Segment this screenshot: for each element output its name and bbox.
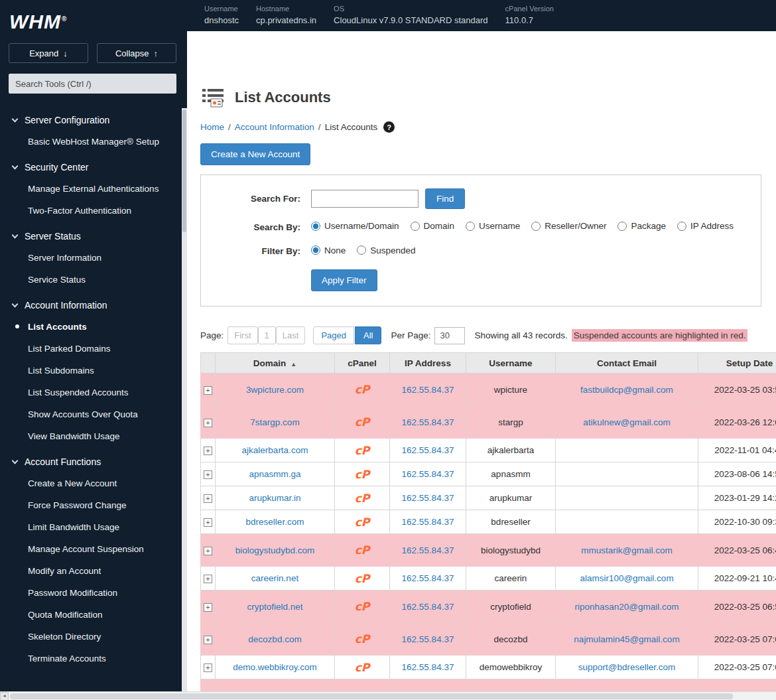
scroll-left-icon[interactable]: ◄ [0,692,9,700]
ip-address-link[interactable]: 162.55.84.37 [402,385,454,395]
page-button-last[interactable]: Last [276,326,306,344]
nav-section-account-information[interactable]: Account Information [0,295,187,316]
contact-email-link[interactable]: riponhasan20@gmail.com [574,602,679,612]
radio-input-domain[interactable] [411,222,420,231]
sidebar-item-quota-modification[interactable]: Quota Modification [0,604,187,626]
domain-link[interactable]: 3wpicture.com [246,385,304,395]
expand-row-icon[interactable]: + [204,518,212,527]
paged-mode-button[interactable]: Paged [313,326,354,344]
expand-row-icon[interactable]: + [204,470,212,479]
all-mode-button[interactable]: All [355,326,381,344]
cpanel-logo-icon[interactable]: cP [355,444,370,457]
expand-row-icon[interactable]: + [204,575,212,583]
sidebar-item-skeleton-directory[interactable]: Skeleton Directory [0,626,187,648]
expand-row-icon[interactable]: + [204,447,212,455]
sidebar-item-password-modification[interactable]: Password Modification [0,582,187,604]
whm-logo[interactable]: WHM® [0,0,187,33]
radio-input-reseller-owner[interactable] [531,222,541,231]
sidebar-item-terminate-accounts[interactable]: Terminate Accounts [0,648,187,669]
find-button[interactable]: Find [425,188,465,209]
radio-filterby-suspended[interactable]: Suspended [357,245,415,255]
radio-input-package[interactable] [617,222,627,231]
domain-link[interactable]: biologystudybd.com [235,545,314,555]
ip-address-link[interactable]: 162.55.84.37 [402,417,454,427]
radio-searchby-username[interactable]: Username [466,221,520,231]
radio-input-username-domain[interactable] [311,222,320,231]
domain-link[interactable]: ajkalerbarta.com [242,445,308,455]
contact-email-link[interactable]: alamsir100@gmail.com [580,573,673,583]
radio-input-ip-address[interactable] [677,222,686,231]
nav-section-account-functions[interactable]: Account Functions [0,451,187,472]
sidebar-item-list-subdomains[interactable]: List Subdomains [0,360,187,382]
radio-input-username[interactable] [466,222,475,231]
radio-searchby-username-domain[interactable]: Username/Domain [311,221,399,231]
cpanel-logo-icon[interactable]: cP [355,516,370,529]
cpanel-logo-icon[interactable]: cP [355,383,370,396]
column-header-contact-email[interactable]: Contact Email [556,353,698,374]
sidebar-item-limit-bandwidth-usage[interactable]: Limit Bandwidth Usage [0,516,187,538]
domain-link[interactable]: 7stargp.com [250,417,299,427]
cpanel-logo-icon[interactable]: cP [355,415,370,429]
expand-row-icon[interactable]: + [204,386,212,395]
ip-address-link[interactable]: 162.55.84.37 [402,573,454,583]
expand-row-icon[interactable]: + [204,603,212,612]
contact-email-link[interactable]: support@bdreseller.com [578,662,676,672]
sidebar-item-list-accounts[interactable]: List Accounts [0,316,187,338]
expand-row-icon[interactable]: + [204,547,212,555]
ip-address-link[interactable]: 162.55.84.37 [402,493,454,503]
sidebar-scrollbar[interactable] [182,108,187,691]
breadcrumb-home[interactable]: Home [200,122,224,132]
apply-filter-button[interactable]: Apply Filter [311,269,377,291]
ip-address-link[interactable]: 162.55.84.37 [402,545,454,555]
horizontal-scrollbar[interactable]: ◄ [0,691,776,700]
contact-email-link[interactable]: fastbuildcp@gmail.com [580,385,673,395]
sidebar-item-list-parked-domains[interactable]: List Parked Domains [0,338,187,360]
radio-filterby-none[interactable]: None [311,245,346,255]
horizontal-scrollbar-thumb[interactable] [10,693,733,699]
radio-searchby-ip-address[interactable]: IP Address [677,221,734,231]
column-header-setup-date[interactable]: Setup Date [698,353,776,374]
domain-link[interactable]: apnasmm.ga [249,469,300,479]
nav-section-server-status[interactable]: Server Status [0,226,187,247]
cpanel-logo-icon[interactable]: cP [355,492,370,505]
ip-address-link[interactable]: 162.55.84.37 [402,469,454,479]
sidebar-item-force-password-change[interactable]: Force Password Change [0,494,187,516]
cpanel-logo-icon[interactable]: cP [355,468,370,481]
cpanel-logo-icon[interactable]: cP [355,543,370,557]
create-account-button[interactable]: Create a New Account [200,143,310,165]
help-icon[interactable]: ? [383,121,395,133]
page-button-first[interactable]: First [227,326,257,344]
nav-section-server-configuration[interactable]: Server Configuration [0,109,187,131]
expand-row-icon[interactable]: + [204,636,212,644]
cpanel-logo-icon[interactable]: cP [355,600,370,613]
cpanel-logo-icon[interactable]: cP [355,632,370,646]
contact-email-link[interactable]: atikulnew@gmail.com [583,417,671,427]
sidebar-item-show-accounts-over-quota[interactable]: Show Accounts Over Quota [0,403,187,425]
radio-searchby-domain[interactable]: Domain [411,221,455,231]
radio-input-suspended[interactable] [357,245,366,255]
search-tools-input[interactable] [9,74,176,94]
sidebar-scrollbar-thumb[interactable] [182,109,186,232]
contact-email-link[interactable]: mmustarik@gmail.com [581,545,672,555]
domain-link[interactable]: cryptofield.net [247,602,302,612]
expand-button[interactable]: Expand ↓ [9,43,88,63]
per-page-input[interactable] [434,327,465,344]
expand-row-icon[interactable]: + [204,419,212,427]
domain-link[interactable]: careerin.net [251,573,298,583]
domain-link[interactable]: bdreseller.com [246,517,304,527]
radio-searchby-package[interactable]: Package [617,221,666,231]
sidebar-item-view-bandwidth-usage[interactable]: View Bandwidth Usage [0,425,187,447]
sidebar-item-manage-external-authentications[interactable]: Manage External Authentications [0,178,187,200]
sidebar-item-service-status[interactable]: Service Status [0,269,187,291]
column-header-ip-address[interactable]: IP Address [390,353,466,374]
cpanel-logo-icon[interactable]: cP [355,661,370,674]
radio-searchby-reseller-owner[interactable]: Reseller/Owner [531,221,606,231]
domain-link[interactable]: arupkumar.in [249,493,300,503]
column-header-username[interactable]: Username [466,353,556,374]
sidebar-item-list-suspended-accounts[interactable]: List Suspended Accounts [0,382,187,403]
radio-input-none[interactable] [311,245,320,255]
collapse-button[interactable]: Collapse ↑ [97,43,176,63]
page-button-1[interactable]: 1 [258,326,276,344]
ip-address-link[interactable]: 162.55.84.37 [402,517,454,527]
ip-address-link[interactable]: 162.55.84.37 [402,445,454,455]
